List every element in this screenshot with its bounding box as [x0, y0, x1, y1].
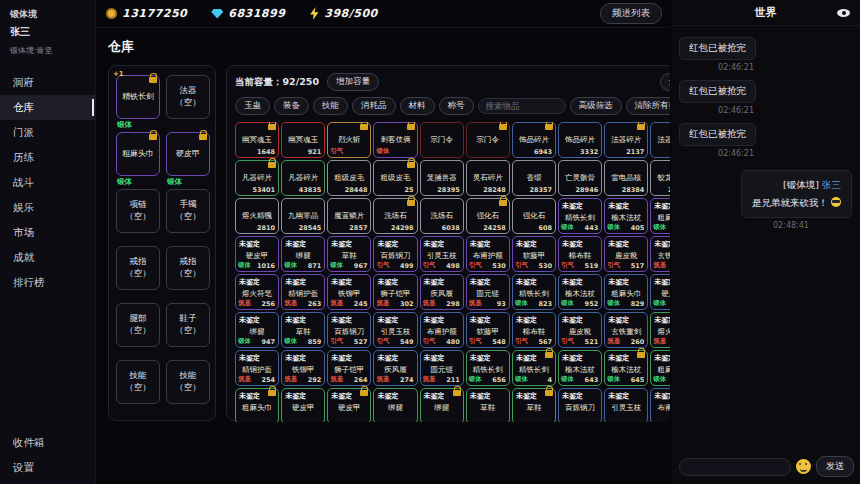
sidebar-item[interactable]: 娱乐 — [0, 195, 95, 220]
send-button[interactable]: 发送 — [816, 456, 854, 477]
inventory-item[interactable]: 未鉴定布甫护额引气530 — [466, 236, 510, 272]
equipment-slot[interactable]: 鞋子（空） — [166, 303, 210, 347]
equipment-slot[interactable]: 技能（空） — [116, 360, 160, 404]
inventory-item[interactable]: 未鉴定玄铁重剑筑基260 — [604, 312, 648, 348]
inventory-item[interactable]: 未鉴定精铁长剑锻体823 — [512, 274, 556, 310]
inventory-item[interactable]: 未鉴定疾风履筑基274 — [373, 350, 417, 386]
filter-tab[interactable]: 装备 — [274, 97, 309, 115]
inventory-item[interactable]: 未鉴定疾风履筑基298 — [420, 274, 464, 310]
equipment-slot[interactable]: +1精铁长剑锻体 — [116, 75, 160, 119]
filter-tab[interactable]: 称号 — [439, 97, 474, 115]
inventory-item[interactable]: 未鉴定榆木法杖锻体405 — [604, 198, 648, 234]
inventory-item[interactable]: 未鉴定草鞋锻体859 — [281, 312, 325, 348]
inventory-item[interactable]: 未鉴定软藤甲引气548 — [466, 312, 510, 348]
inventory-item[interactable]: 未鉴定精钢护盔筑基254 — [235, 350, 279, 386]
filter-tab[interactable]: 材料 — [400, 97, 435, 115]
sidebar-item[interactable]: 历练 — [0, 145, 95, 170]
inventory-item[interactable]: 未鉴定精钢护盔筑基263 — [281, 274, 325, 310]
inventory-item[interactable]: 未鉴定硬皮甲 — [327, 388, 371, 422]
inventory-item[interactable]: 未鉴定百炼钢刀 — [558, 388, 602, 422]
inventory-item[interactable]: 幽冥魂玉921 — [281, 122, 325, 158]
emoji-button[interactable] — [796, 459, 811, 474]
inventory-item[interactable]: 未鉴定精铁长剑锻体443 — [558, 198, 602, 234]
equipment-slot[interactable]: 腿部（空） — [116, 303, 160, 347]
filter-tab[interactable]: 技能 — [313, 97, 348, 115]
inventory-item[interactable]: 未鉴定硬皮甲 — [281, 388, 325, 422]
inventory-item[interactable]: 笼捕兽器28395 — [420, 160, 464, 196]
equipment-slot[interactable]: 技能（空） — [166, 360, 210, 404]
inventory-item[interactable]: 强化石608 — [512, 198, 556, 234]
inventory-item[interactable]: 未鉴定榆木法杖锻体643 — [558, 350, 602, 386]
inventory-item[interactable]: 未鉴定固元链筑基93 — [466, 274, 510, 310]
channel-list-button[interactable]: 频道列表 — [600, 3, 662, 24]
inventory-item[interactable]: 未鉴定精铁长剑锻体656 — [466, 350, 510, 386]
inventory-item[interactable]: 强化石24258 — [466, 198, 510, 234]
sidebar-item[interactable]: 洞府 — [0, 70, 95, 95]
advanced-filter-button[interactable]: 高级筛选 — [570, 97, 622, 115]
inventory-item[interactable]: 未鉴定草鞋 — [466, 388, 510, 422]
sidebar-item[interactable]: 设置 — [0, 455, 95, 480]
inventory-item[interactable]: 粗级皮毛25 — [373, 160, 417, 196]
inventory-item[interactable]: 未鉴定粗麻头巾 — [235, 388, 279, 422]
inventory-item[interactable]: 未鉴定狮子铠甲筑基302 — [373, 274, 417, 310]
inventory-item[interactable]: 未鉴定铁铆甲筑基245 — [327, 274, 371, 310]
equipment-slot[interactable]: 粗麻头巾锻体 — [116, 132, 160, 176]
inventory-item[interactable]: 洗练石6038 — [420, 198, 464, 234]
inventory-item[interactable]: 熔火精魄2810 — [235, 198, 279, 234]
chat-input[interactable] — [679, 458, 791, 476]
sender-name[interactable]: 张三 — [822, 179, 841, 190]
inventory-item[interactable]: 未鉴定引灵玉枝 — [604, 388, 648, 422]
inventory-item[interactable]: 未鉴定棉布鞋引气567 — [512, 312, 556, 348]
inventory-item[interactable]: 饰品碎片3332 — [558, 122, 602, 158]
equipment-slot[interactable]: 戒指（空） — [166, 246, 210, 290]
inventory-item[interactable]: 饰品碎片6943 — [512, 122, 556, 158]
inventory-item[interactable]: 魔蓝鳞片2857 — [327, 198, 371, 234]
equipment-slot[interactable]: 法器（空） — [166, 75, 210, 119]
inventory-item[interactable]: 凡器碎片53401 — [235, 160, 279, 196]
sidebar-item[interactable]: 收件箱 — [0, 430, 95, 455]
inventory-item[interactable]: 未鉴定绑腿锻体947 — [235, 312, 279, 348]
inventory-item[interactable]: 未鉴定榆木法杖锻体952 — [558, 274, 602, 310]
sidebar-item[interactable]: 成就 — [0, 245, 95, 270]
inventory-item[interactable]: 粗级皮毛28448 — [327, 160, 371, 196]
sidebar-item[interactable]: 战斗 — [0, 170, 95, 195]
inventory-item[interactable]: 未鉴定草鞋 — [512, 388, 556, 422]
filter-tab[interactable]: 玉蛊 — [235, 97, 270, 115]
inventory-item[interactable]: 未鉴定鹿皮靴引气521 — [558, 312, 602, 348]
inventory-item[interactable]: 雷电晶核28384 — [604, 160, 648, 196]
inventory-item[interactable]: 未鉴定绑腿锻体871 — [281, 236, 325, 272]
sidebar-item[interactable]: 仓库 — [0, 95, 95, 120]
search-input[interactable] — [478, 98, 566, 114]
inventory-item[interactable]: 未鉴定榆木法杖锻体645 — [604, 350, 648, 386]
inventory-item[interactable]: 未鉴定绑腿 — [373, 388, 417, 422]
inventory-item[interactable]: 亡灵骸骨28946 — [558, 160, 602, 196]
inventory-item[interactable]: 九幽寒晶28545 — [281, 198, 325, 234]
inventory-item[interactable]: 未鉴定引灵玉枝引气498 — [420, 236, 464, 272]
inventory-item[interactable]: 未鉴定百炼钢刀引气499 — [373, 236, 417, 272]
inventory-item[interactable]: 香缎28357 — [512, 160, 556, 196]
inventory-item[interactable]: 未鉴定绑腿 — [420, 388, 464, 422]
filter-tab[interactable]: 消耗品 — [352, 97, 396, 115]
inventory-item[interactable]: 幽冥魂玉1648 — [235, 122, 279, 158]
inventory-item[interactable]: 未鉴定鹿皮靴引气517 — [604, 236, 648, 272]
inventory-item[interactable]: 未鉴定草鞋锻体967 — [327, 236, 371, 272]
inventory-item[interactable]: 未鉴定引灵玉枝引气549 — [373, 312, 417, 348]
inventory-item[interactable]: 法器碎片2137 — [604, 122, 648, 158]
inventory-item[interactable]: 未鉴定布甫护额引气480 — [420, 312, 464, 348]
eye-icon[interactable] — [837, 9, 850, 17]
inventory-item[interactable]: 洗练石24298 — [373, 198, 417, 234]
inventory-item[interactable]: 灵石碎片28248 — [466, 160, 510, 196]
inventory-item[interactable]: 未鉴定铁铆甲筑基292 — [281, 350, 325, 386]
sidebar-item[interactable]: 门派 — [0, 120, 95, 145]
equipment-slot[interactable]: 硬皮甲锻体 — [166, 132, 210, 176]
inventory-item[interactable]: 未鉴定狮子铠甲筑基264 — [327, 350, 371, 386]
inventory-item[interactable]: 凡器碎片43835 — [281, 160, 325, 196]
inventory-item[interactable]: 宗门令 — [466, 122, 510, 158]
inventory-item[interactable]: 未鉴定硬皮甲锻体1016 — [235, 236, 279, 272]
sidebar-item[interactable]: 市场 — [0, 220, 95, 245]
inventory-item[interactable]: 未鉴定固元链筑基211 — [420, 350, 464, 386]
add-capacity-button[interactable]: 增加容量 — [327, 73, 379, 91]
inventory-item[interactable]: 宗门令 — [420, 122, 464, 158]
inventory-item[interactable]: 未鉴定精铁长剑锻体4 — [512, 350, 556, 386]
equipment-slot[interactable]: 项链（空） — [116, 189, 160, 233]
